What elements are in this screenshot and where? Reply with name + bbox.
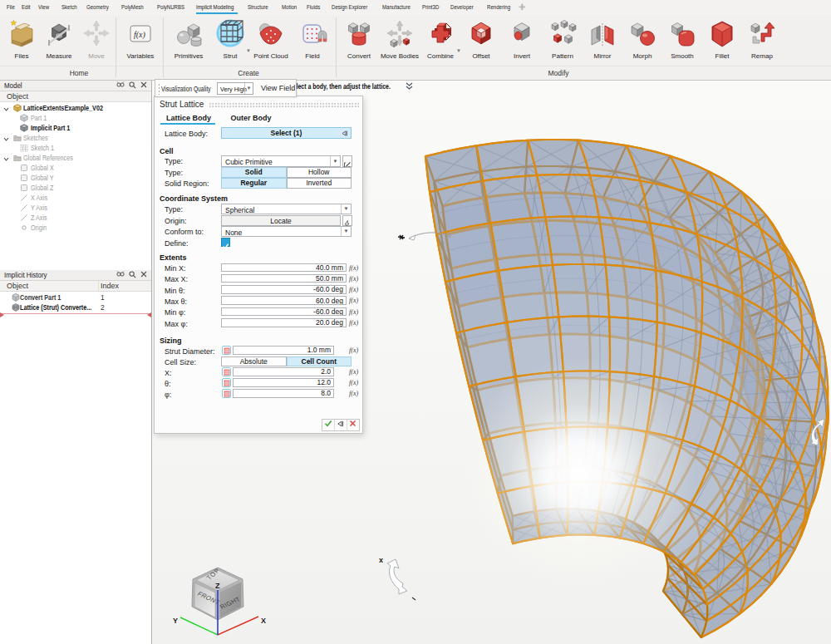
chevron-down-icon: ▼ [244,83,253,94]
extents-section-title: Extents [160,253,187,262]
select-advance-icon [342,130,348,136]
cell-size-label: Cell Size: [165,358,196,366]
chevron-down-icon: ▼ [341,204,351,214]
origin-label: Origin: [165,217,187,225]
viewport-hint-text: Select a body, then adjust the lattice. [289,82,391,91]
origin-locate-button[interactable]: Locate [221,215,341,226]
sizing-row-label: X: [165,369,172,377]
toggle-inverted[interactable]: Inverted [287,178,352,189]
check-icon [222,243,229,250]
chevron-down-icon: ▼ [341,227,351,236]
fx-expression-icon[interactable]: f(x) [349,319,358,327]
define-checkbox[interactable] [221,238,230,247]
cancel-button[interactable] [347,420,359,430]
toggle-hollow[interactable]: Hollow [287,167,352,178]
sizing-row-input[interactable] [233,378,334,387]
view-field-button[interactable]: View Field [261,84,295,92]
extents-row-input[interactable] [221,274,347,283]
extents-row-input[interactable] [221,285,347,294]
fx-expression-icon[interactable]: f(x) [349,275,358,283]
strut-diameter-input[interactable] [233,346,334,355]
toggle-solid[interactable]: Solid [221,167,287,178]
x-axis-line [218,617,258,635]
fx-expression-icon[interactable]: f(x) [349,308,358,316]
sizing-row-label: φ: [165,391,171,399]
coord-type-combo[interactable]: Spherical ▼ [221,204,352,214]
strut-lattice-dialog: Strut Lattice Lattice Body Outer Body La… [154,96,363,434]
y-axis-line [180,617,218,635]
fx-expression-icon[interactable]: f(x) [349,297,358,304]
rotate-gizmo-phi[interactable] [808,417,831,447]
extents-row-input[interactable] [221,296,347,305]
extents-row-label: Max θ: [165,297,187,306]
extents-row-input[interactable] [221,307,347,317]
tab-outer-body[interactable]: Outer Body [226,114,276,122]
rotate-gizmo-theta[interactable] [397,229,455,250]
cursor-star-icon [398,235,405,239]
coord-type-label: Type: [165,205,183,214]
active-tab-underline [160,123,215,125]
extents-row-input[interactable] [221,318,347,327]
check-icon [324,420,332,427]
cell-section-title: Cell [160,147,174,155]
gizmo-x-label: x [379,556,383,564]
rotate-gizmo-x[interactable]: x [376,553,417,601]
apply-next-button[interactable] [335,420,347,430]
extents-row-label: Min θ: [165,287,185,295]
extents-row-label: Min X: [165,264,186,273]
sizing-section-title: Sizing [160,337,182,345]
z-axis-label: Z [215,582,220,590]
lattice-body-select-button[interactable]: Select (1) [221,127,352,139]
x-icon [349,420,356,427]
fx-expression-icon[interactable]: f(x) [349,379,358,386]
viewport-toolbar: Visualization Quality Very High ▼ View F… [155,79,297,97]
apply-button[interactable] [322,420,335,430]
toggle-regular[interactable]: Regular [221,178,287,189]
fx-expression-icon[interactable]: f(x) [349,286,358,293]
visualization-quality-value: Very High [220,86,247,93]
fx-expression-icon[interactable]: f(x) [349,390,358,397]
lattice-body-label: Lattice Body: [165,130,208,138]
strut-diameter-table-button[interactable] [222,346,232,355]
strut-diameter-label: Strut Diameter: [165,347,215,356]
y-axis-label: Y [173,617,178,625]
chevron-down-icon: ▼ [330,156,340,166]
sizing-row-label: θ: [165,380,171,388]
toolbar-grip-handle[interactable] [158,83,160,95]
origin-pick-button[interactable] [342,215,352,226]
extents-row-label: Max X: [165,275,188,283]
dialog-drag-handle[interactable] [209,102,360,108]
visualization-quality-label: Visualization Quality [161,85,211,93]
fx-expression-icon[interactable]: f(x) [349,368,358,376]
viewport-3d-model [0,0,831,644]
coordinate-system-section-title: Coordinate System [160,194,228,203]
cell-type-combo[interactable]: Cubic Primitive ▼ [221,155,341,167]
fx-expression-icon[interactable]: f(x) [349,347,358,354]
hint-collapse-chevrons-icon[interactable] [405,82,414,91]
extents-row-label: Min φ: [165,308,185,317]
sizing-table-button[interactable] [222,367,232,376]
toggle-absolute[interactable]: Absolute [221,356,287,367]
define-label: Define: [165,239,189,248]
fx-expression-icon[interactable]: f(x) [349,264,358,272]
solid-region-label: Solid Region: [165,179,209,188]
dialog-footer-buttons [322,419,360,431]
sizing-table-button[interactable] [222,378,232,387]
tab-lattice-body[interactable]: Lattice Body [163,114,214,122]
view-cube[interactable]: TOP FRONT RIGHT Y X Z [166,565,274,644]
app-window: { "menu": { "items": [ {"label": "File"}… [0,0,831,644]
cell-type-label: Type: [165,157,183,165]
conform-to-combo[interactable]: None ▼ [221,226,352,237]
sizing-row-input[interactable] [233,389,334,398]
dialog-title: Strut Lattice [160,100,204,109]
play-next-icon [337,420,344,427]
toggle-cell-count[interactable]: Cell Count [287,356,352,367]
sizing-table-button[interactable] [222,389,232,398]
extents-row-input[interactable] [221,263,347,273]
conform-to-label: Conform to: [165,228,204,236]
edit-cell-type-button[interactable] [342,155,352,167]
sizing-row-input[interactable] [233,367,334,376]
visualization-quality-select[interactable]: Very High ▼ [217,82,253,95]
cell-solid-label: Type: [165,169,183,177]
extents-row-label: Max φ: [165,320,188,328]
